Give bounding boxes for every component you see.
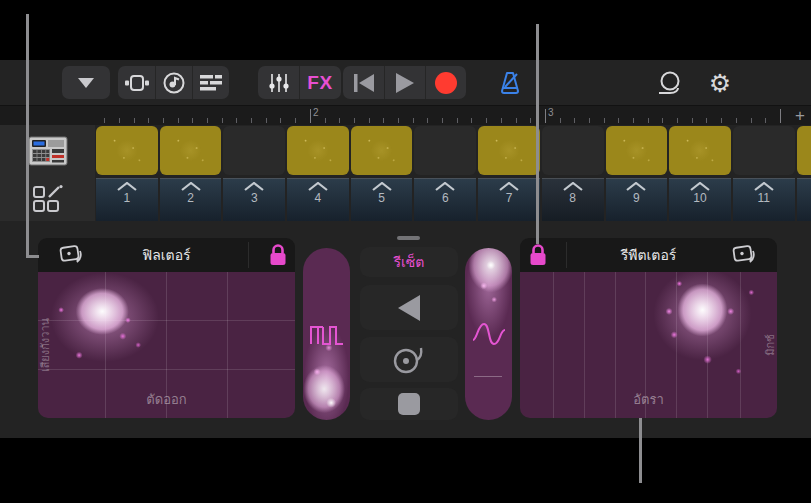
loop-cells-row bbox=[96, 126, 811, 177]
loop-cell-filled[interactable] bbox=[96, 126, 158, 175]
ruler-tick bbox=[589, 118, 590, 123]
repeater-x-axis-label: อัตรา bbox=[520, 389, 777, 410]
drum-machine-icon bbox=[28, 136, 68, 166]
chevron-up-icon bbox=[244, 182, 264, 191]
ruler-tick bbox=[560, 118, 561, 123]
column-trigger[interactable]: 11 bbox=[733, 178, 795, 221]
ruler-tick bbox=[339, 118, 340, 123]
loop-cell-filled[interactable] bbox=[478, 126, 540, 175]
ruler-tick bbox=[148, 118, 149, 123]
garageband-window: FX bbox=[0, 60, 811, 438]
fx-drawer-handle[interactable] bbox=[397, 236, 420, 240]
repeater-intensity-slider[interactable] bbox=[465, 248, 512, 420]
column-number: 9 bbox=[633, 191, 640, 205]
ruler-tick bbox=[222, 118, 223, 123]
loop-cell-empty[interactable] bbox=[414, 126, 476, 175]
loop-cell-filled[interactable] bbox=[669, 126, 731, 175]
column-trigger[interactable]: 5 bbox=[351, 178, 413, 221]
fx-label: FX bbox=[307, 72, 332, 94]
sound-browser-button[interactable] bbox=[155, 66, 192, 99]
settings-button[interactable]: ⚙ bbox=[703, 67, 737, 99]
ruler-tick bbox=[471, 118, 472, 123]
loop-cell-empty[interactable] bbox=[223, 126, 285, 175]
column-trigger[interactable]: 9 bbox=[606, 178, 668, 221]
ruler-tick bbox=[736, 118, 737, 123]
loop-cell-filled[interactable] bbox=[287, 126, 349, 175]
repeater-xy-pad[interactable]: มิกซ์ อัตรา bbox=[520, 272, 777, 418]
ruler-tick bbox=[662, 118, 663, 123]
reverse-button[interactable] bbox=[360, 285, 458, 330]
ruler-tick bbox=[545, 109, 546, 123]
stop-icon bbox=[398, 393, 420, 415]
live-loops-grid-button[interactable] bbox=[118, 66, 155, 99]
loop-browser-icon bbox=[656, 70, 684, 96]
ruler-tick bbox=[530, 118, 531, 123]
stop-button[interactable] bbox=[360, 388, 458, 420]
ruler-tick bbox=[516, 118, 517, 123]
mixer-sliders-icon bbox=[269, 73, 289, 93]
filter-lock-button[interactable] bbox=[260, 241, 295, 269]
screenshot-stage: FX bbox=[0, 0, 811, 503]
chevron-up-icon bbox=[563, 182, 583, 191]
track-controls-button[interactable] bbox=[258, 66, 299, 99]
ruler-tick bbox=[354, 118, 355, 123]
chevron-up-icon bbox=[372, 182, 392, 191]
loop-cell-filled[interactable] bbox=[797, 126, 811, 175]
track-header-drum-machine[interactable] bbox=[0, 125, 95, 177]
column-trigger[interactable]: 4 bbox=[287, 178, 349, 221]
column-number: 3 bbox=[251, 191, 258, 205]
filter-intensity-slider[interactable] bbox=[303, 248, 350, 420]
chevron-up-icon bbox=[499, 182, 519, 191]
repeater-panel-header: รีพีตเตอร์ bbox=[520, 238, 777, 272]
column-trigger[interactable]: 6 bbox=[414, 178, 476, 221]
grid-edit-toggle[interactable] bbox=[0, 177, 95, 221]
tracks-view-icon bbox=[200, 75, 222, 91]
play-icon bbox=[396, 73, 414, 93]
track-header-column bbox=[0, 125, 95, 221]
record-button[interactable] bbox=[425, 66, 466, 99]
column-trigger[interactable]: 1 bbox=[96, 178, 158, 221]
fx-button[interactable]: FX bbox=[299, 66, 340, 99]
loop-cell-filled[interactable] bbox=[160, 126, 222, 175]
ruler-tick bbox=[457, 118, 458, 123]
mixer-fx-group: FX bbox=[258, 66, 341, 99]
column-trigger[interactable]: 2 bbox=[160, 178, 222, 221]
chevron-up-icon bbox=[754, 182, 774, 191]
loop-cell-filled[interactable] bbox=[606, 126, 668, 175]
play-button[interactable] bbox=[384, 66, 425, 99]
ruler-tick bbox=[427, 118, 428, 123]
square-wave-icon bbox=[310, 323, 344, 345]
ruler-tick bbox=[383, 118, 384, 123]
column-trigger[interactable]: 3 bbox=[223, 178, 285, 221]
transport-group bbox=[343, 66, 466, 99]
add-section-button[interactable]: + bbox=[795, 106, 805, 126]
reset-label: รีเซ็ต bbox=[394, 251, 425, 273]
column-trigger[interactable]: 8 bbox=[542, 178, 604, 221]
vinyl-scratch-button[interactable] bbox=[360, 337, 458, 382]
chevron-up-icon bbox=[626, 182, 646, 191]
ruler-tick bbox=[295, 118, 296, 123]
loop-browser-button[interactable] bbox=[653, 68, 687, 98]
column-trigger[interactable]: 7 bbox=[478, 178, 540, 221]
column-trigger[interactable]: 10 bbox=[669, 178, 731, 221]
ruler-tick bbox=[618, 118, 619, 123]
tracks-view-button[interactable] bbox=[192, 66, 229, 99]
loop-cell-empty[interactable] bbox=[542, 126, 604, 175]
loop-cell-empty[interactable] bbox=[733, 126, 795, 175]
rewind-button[interactable] bbox=[343, 66, 384, 99]
filter-xy-pad[interactable]: เสียงกังวาน ตัดออก bbox=[38, 272, 295, 418]
callout-line-left bbox=[26, 14, 29, 258]
column-trigger[interactable] bbox=[797, 178, 811, 221]
ruler-tick bbox=[765, 118, 766, 123]
ruler-tick bbox=[604, 118, 605, 123]
metronome-button[interactable] bbox=[494, 69, 526, 97]
ruler-tick bbox=[442, 118, 443, 123]
ruler-tick bbox=[413, 118, 414, 123]
repeater-swap-button[interactable] bbox=[723, 241, 767, 269]
timeline-ruler[interactable]: 2 3 + bbox=[0, 105, 811, 125]
loop-cell-filled[interactable] bbox=[351, 126, 413, 175]
column-number: 8 bbox=[569, 191, 576, 205]
reset-button[interactable]: รีเซ็ต bbox=[360, 247, 458, 277]
gear-icon: ⚙ bbox=[709, 71, 731, 96]
navigation-down-button[interactable] bbox=[62, 66, 110, 99]
